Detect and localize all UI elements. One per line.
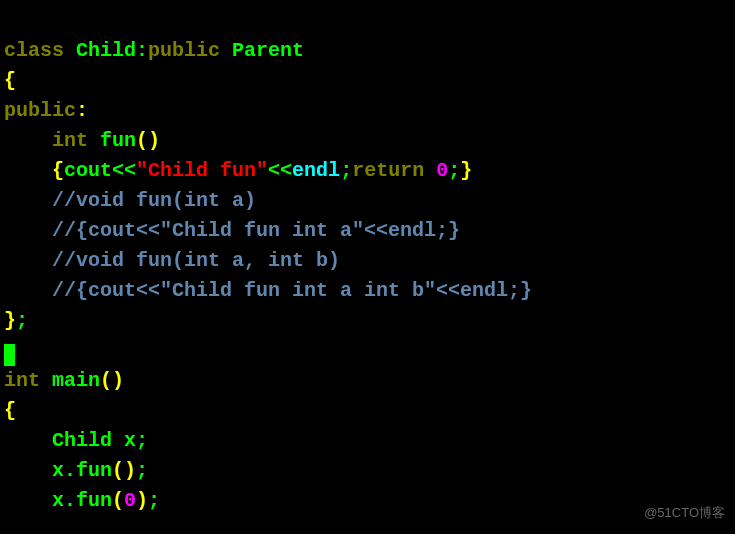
line-3: public: (4, 99, 88, 122)
paren-close: ) (136, 489, 148, 512)
line-5: {cout<<"Child fun"<<endl;return 0;} (4, 159, 472, 182)
indent (4, 159, 52, 182)
brace-close: } (4, 309, 16, 332)
kw-public: public (148, 39, 220, 62)
kw-class: class (4, 39, 64, 62)
brace-open: { (52, 159, 64, 182)
num-zero: 0 (436, 159, 448, 182)
dot: . (64, 459, 76, 482)
kw-int: int (4, 369, 40, 392)
kw-public: public (4, 99, 76, 122)
id-fun: fun (76, 459, 112, 482)
semicolon: ; (136, 459, 148, 482)
colon: : (76, 99, 88, 122)
semicolon: ; (448, 159, 460, 182)
dot: . (64, 489, 76, 512)
space (88, 129, 100, 152)
parens: () (100, 369, 124, 392)
semicolon: ; (16, 309, 28, 332)
id-x: x (52, 489, 64, 512)
brace-open: { (4, 69, 16, 92)
id-x: x (124, 429, 136, 452)
comment: //void fun(int a, int b) (52, 249, 340, 272)
id-main: main (52, 369, 100, 392)
line-11-cursor (4, 339, 15, 362)
kw-return: return (352, 159, 424, 182)
comment: //{cout<<"Child fun int a"<<endl;} (52, 219, 460, 242)
op-stream: << (268, 159, 292, 182)
code-block: class Child:public Parent { public: int … (0, 0, 735, 522)
line-12: int main() (4, 369, 124, 392)
kw-int: int (52, 129, 88, 152)
space (424, 159, 436, 182)
parens: () (112, 459, 136, 482)
line-10: }; (4, 309, 28, 332)
cursor-icon (4, 344, 15, 366)
line-15: x.fun(); (4, 459, 148, 482)
id-x: x (52, 459, 64, 482)
indent (4, 129, 52, 152)
line-9: //{cout<<"Child fun int a int b"<<endl;} (4, 279, 532, 302)
semicolon: ; (136, 429, 148, 452)
space (40, 369, 52, 392)
indent (4, 279, 52, 302)
line-14: Child x; (4, 429, 148, 452)
op-stream: << (112, 159, 136, 182)
line-16: x.fun(0); (4, 489, 160, 512)
space (112, 429, 124, 452)
paren-open: ( (112, 489, 124, 512)
string-literal: "Child fun" (136, 159, 268, 182)
indent (4, 189, 52, 212)
line-6: //void fun(int a) (4, 189, 256, 212)
colon: : (136, 39, 148, 62)
line-7: //{cout<<"Child fun int a"<<endl;} (4, 219, 460, 242)
id-cout: cout (64, 159, 112, 182)
watermark: @51CTO博客 (644, 498, 725, 528)
semicolon: ; (148, 489, 160, 512)
id-fun: fun (100, 129, 136, 152)
id-child: Child (52, 429, 112, 452)
line-4: int fun() (4, 129, 160, 152)
parens: () (136, 129, 160, 152)
line-1: class Child:public Parent (4, 39, 304, 62)
id-child: Child (76, 39, 136, 62)
line-2: { (4, 69, 16, 92)
indent (4, 219, 52, 242)
indent (4, 429, 52, 452)
semicolon: ; (340, 159, 352, 182)
id-fun: fun (76, 489, 112, 512)
line-13: { (4, 399, 16, 422)
indent (4, 459, 52, 482)
comment: //void fun(int a) (52, 189, 256, 212)
indent (4, 249, 52, 272)
brace-close: } (460, 159, 472, 182)
id-parent: Parent (232, 39, 304, 62)
brace-open: { (4, 399, 16, 422)
comment: //{cout<<"Child fun int a int b"<<endl;} (52, 279, 532, 302)
num-zero: 0 (124, 489, 136, 512)
id-endl: endl (292, 159, 340, 182)
indent (4, 489, 52, 512)
line-8: //void fun(int a, int b) (4, 249, 340, 272)
